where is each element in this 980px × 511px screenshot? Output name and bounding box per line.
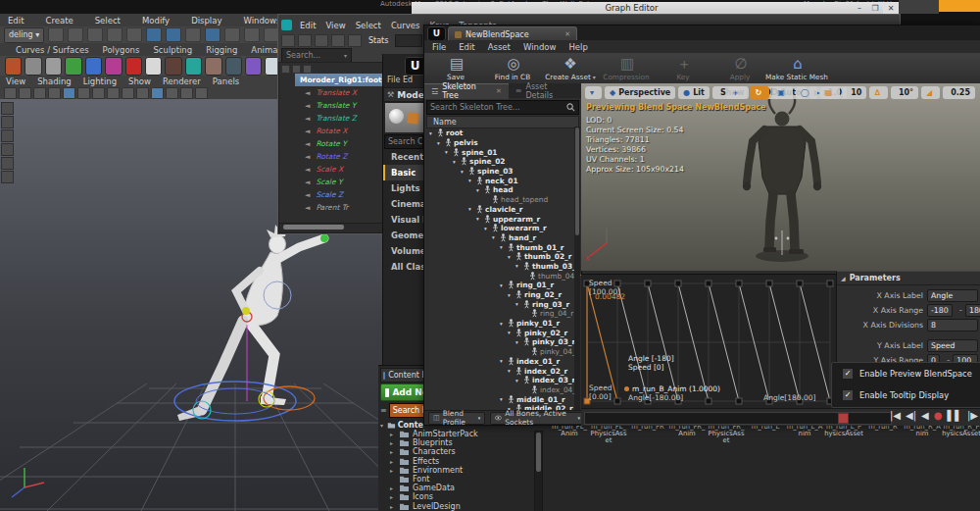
selected-channel-node[interactable]: Moroder_Rig01:foot_L_IK_ [295,74,395,86]
rotate-tool-icon[interactable] [1,157,14,170]
skeleton-tree-bone[interactable]: ▾ root [426,128,581,138]
viewport-snap-button[interactable]: ↻ [750,86,769,99]
redo-icon[interactable] [126,27,142,42]
persona-menu-item[interactable]: Help [568,42,587,52]
maya-shelf-tab[interactable]: Sculpting [153,45,192,55]
skeleton-tree-bone[interactable]: pinky_04_r [426,347,581,357]
skeleton-tree-bone[interactable]: ▾ neck_01 [426,176,581,185]
graph-editor-titlebar[interactable]: Graph Editor – ❐ ✕ [412,2,899,14]
skeleton-tree-bone[interactable]: ▾ spine_02 [426,157,581,167]
move-keys-icon[interactable] [281,34,295,47]
skeleton-tree-bone[interactable]: ▾ ring_03_r [426,299,581,309]
viewport-snap-button[interactable]: ▣ [772,86,793,99]
minimize-button[interactable]: – [852,3,867,14]
maya-shelf-icon[interactable] [245,57,262,76]
tab-skeleton-tree[interactable]: ☲ Skeleton Tree ✕ [424,83,509,99]
skeleton-tree-bone[interactable]: ▾ pinky_03_r [426,337,581,347]
maximize-button[interactable]: ❐ [867,3,883,14]
skeleton-tree-scrollbar[interactable] [574,127,580,411]
maya-menu-item[interactable]: Select [95,16,121,26]
toolbar-button[interactable]: ＋ Key [658,56,710,81]
graph-editor-menu-item[interactable]: Edit [300,21,316,30]
scale-tool-icon[interactable] [1,171,14,183]
folder-item[interactable]: ▸ Characters [378,447,533,456]
scrollbar-thumb[interactable] [575,128,579,235]
paint-select-tool-icon[interactable] [1,129,14,142]
folder-item[interactable]: ▸ Environment [378,466,533,475]
folder-item[interactable]: Font [378,475,533,484]
skeleton-tree-bone[interactable]: thumb_04_r [426,271,581,281]
snap-grid-icon[interactable] [146,27,162,42]
skeleton-tree-bone[interactable]: ▾ index_02_r [426,366,581,376]
place-mode-tile[interactable] [384,102,426,133]
maya-panel-menu-item[interactable]: Renderer [163,77,201,86]
shaded-icon[interactable] [77,87,90,99]
skeleton-tree-bone[interactable]: ▾ ring_01_r [426,281,581,290]
channel-row[interactable]: ◄ Rotate Y [279,137,395,150]
lasso-tool-icon[interactable] [1,116,14,128]
maya-shelf-icon[interactable] [85,57,102,76]
stats-field-1[interactable] [395,34,422,47]
toolbar-button[interactable]: ▥ Compression [601,56,654,81]
select-tool-icon[interactable] [1,102,14,115]
skeleton-tree-bone[interactable]: ▾ thumb_03_r [426,262,581,272]
skeleton-tree-bone[interactable]: ▾ ring_02_r [426,290,581,300]
playback-button[interactable]: |▶ [967,410,978,421]
maya-shelf-icon[interactable] [5,57,22,76]
checkbox-checked-icon[interactable]: ✓ [842,368,854,380]
mute-arrow-icon[interactable]: ◄ [305,89,310,97]
viewport-snap-button[interactable]: ▦ [820,86,841,99]
skeleton-tree-bone[interactable]: head_topend [426,195,581,205]
viewport-snap-button[interactable]: ∆ [869,86,888,99]
maya-panel-menu-item[interactable]: Shading [37,77,72,86]
outliner-sort-icon[interactable] [292,65,301,74]
parameter-input[interactable]: 8 [927,319,978,332]
bookmark-icon[interactable] [19,87,31,99]
outliner-filter-icon[interactable] [281,65,290,74]
tab-newblendspace[interactable]: NewBlendSpace ✕ [448,26,577,41]
scrollbar-thumb[interactable] [283,225,344,230]
viewport-toolbar-button[interactable]: ▾ [585,86,602,99]
modes-category[interactable]: All Classes [383,259,424,275]
parameter-input[interactable]: Speed [927,339,978,352]
scrollbar-thumb[interactable] [536,433,541,472]
mute-arrow-icon[interactable]: ◄ [305,128,310,135]
playback-button[interactable]: |◀ [890,410,901,421]
maya-menu-item[interactable]: Edit [8,16,24,26]
skeleton-tree-bone[interactable]: ▾ thumb_01_r [426,242,581,252]
playback-button[interactable]: ● [934,410,943,421]
maya-shelf-icon[interactable] [145,57,162,76]
graph-editor-menu-item[interactable]: View [325,21,345,30]
toolbar-button[interactable]: ⌂ Make Static Mesh [771,56,824,81]
playhead[interactable] [838,413,849,424]
viewport-snap-button[interactable]: ◢ [921,86,940,99]
modes-category[interactable]: Volumes [383,243,424,259]
graph-editor-menu-item[interactable]: Select [356,21,381,30]
timeline-scrubber[interactable] [584,412,892,425]
viewport-toolbar-button[interactable]: ●Lit [678,86,710,99]
skeleton-tree-bone[interactable]: ring_04_r [426,309,581,319]
2d-pan-icon[interactable] [48,87,61,99]
option-row[interactable]: ✓ Enable Preview BlendSpace [832,363,980,384]
modes-category[interactable]: Geometry [383,228,424,243]
mute-arrow-icon[interactable]: ◄ [305,191,310,199]
maya-menu-item[interactable]: Display [191,16,221,26]
column-header-name[interactable]: Name [426,116,579,128]
viewport-toolbar-button[interactable]: ◆Perspective [605,86,675,99]
modes-category[interactable]: Basic [383,165,424,180]
folder-item[interactable]: ▸ Effects [378,457,533,466]
mute-arrow-icon[interactable]: ◄ [305,153,310,161]
skeleton-tree-bone[interactable]: ▾ index_03_r [426,376,581,385]
modes-category[interactable]: Visual Effec [383,212,424,228]
xray-icon[interactable] [151,87,164,99]
insert-keys-icon[interactable] [298,34,312,47]
outliner-pin-icon[interactable] [303,65,312,74]
channel-row[interactable]: ◄ Scale Y [279,176,395,188]
maya-shelf-icon[interactable] [24,57,41,76]
maya-shelf-icon[interactable] [45,57,62,76]
maya-mode-dropdown[interactable]: deling ▾ [4,27,44,43]
option-row[interactable]: ✓ Enable Tooltip Display [832,384,980,406]
skeleton-tree-bone[interactable]: ▾ hand_r [426,233,581,243]
graph-editor-hscrollbar[interactable] [278,223,396,233]
folder-item[interactable]: ▸ Blueprints [378,438,533,447]
